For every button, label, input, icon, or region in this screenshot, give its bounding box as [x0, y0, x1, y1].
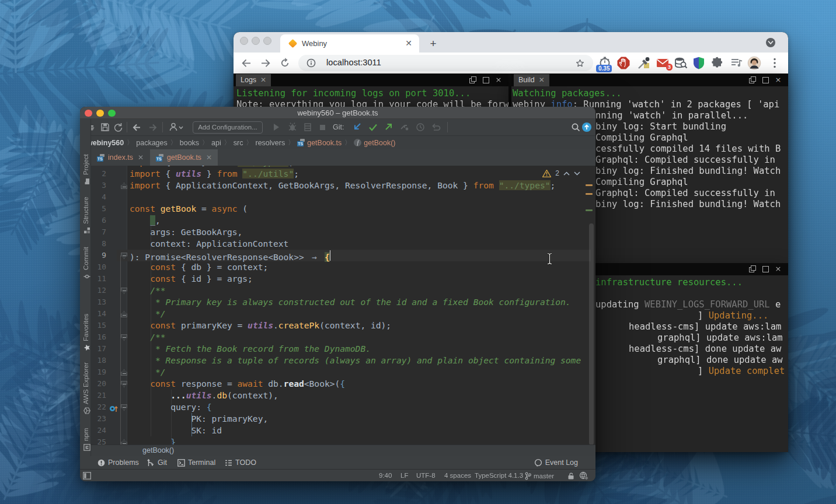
fold-marker-down[interactable]	[121, 404, 127, 411]
breadcrumb-item[interactable]: resolvers	[255, 139, 285, 147]
toolwindow-toggle-icon[interactable]	[83, 472, 91, 480]
avatar[interactable]	[747, 56, 761, 70]
user-dropdown-icon[interactable]	[168, 119, 185, 135]
fold-marker-down[interactable]	[121, 253, 127, 259]
browser-minimize-button[interactable]	[252, 37, 260, 45]
browser-close-button[interactable]	[240, 37, 248, 45]
git-update-icon[interactable]	[351, 119, 364, 135]
site-info-icon[interactable]	[306, 58, 316, 68]
stripe-item-aws-explorer[interactable]: AWS Explorer	[80, 362, 91, 414]
reload-button[interactable]	[278, 56, 292, 70]
breadcrumb-item[interactable]: fgetBook()	[354, 139, 395, 147]
maximize-window-icon[interactable]	[762, 76, 769, 83]
tab-close-icon[interactable]: ✕	[206, 153, 212, 162]
info-stripe-mark[interactable]	[586, 209, 593, 211]
stripe-item-project[interactable]: Project	[80, 154, 91, 185]
status-item[interactable]: 4 spaces	[444, 472, 471, 479]
editor-tab-index.ts[interactable]: TSindex.ts✕	[91, 149, 149, 166]
breadcrumb-item[interactable]: src	[234, 139, 243, 147]
warning-stripe-mark[interactable]	[586, 184, 593, 186]
rollback-icon[interactable]	[430, 119, 443, 135]
git-commit-icon[interactable]	[367, 119, 379, 135]
tab-close-icon[interactable]: ✕	[404, 38, 413, 48]
browser-menu-icon[interactable]	[768, 56, 782, 70]
add-configuration-button[interactable]: Add Configuration...	[193, 121, 263, 134]
prev-warning-icon[interactable]	[563, 172, 570, 176]
breadcrumb-item[interactable]: packages	[136, 139, 168, 147]
stop-button[interactable]	[317, 119, 328, 135]
status-item[interactable]: 9:40	[379, 472, 392, 479]
breadcrumb-item[interactable]: webiny560	[87, 139, 124, 147]
breadcrumb-item[interactable]: books	[180, 139, 199, 147]
stripe-item-structure[interactable]: Structure	[80, 197, 91, 234]
address-bar[interactable]: localhost:3011	[298, 55, 593, 71]
toolwindow-button-git[interactable]: Git	[147, 456, 167, 469]
run-button[interactable]	[271, 119, 281, 135]
browser-tab[interactable]: Webiny ✕	[280, 34, 419, 52]
extension-stopwatch-icon[interactable]: 0.35	[598, 56, 612, 70]
status-item[interactable]: LF	[400, 472, 408, 479]
sync-icon[interactable]	[113, 119, 123, 135]
ide-update-notification[interactable]	[582, 123, 591, 132]
breadcrumb-item[interactable]: api	[211, 139, 221, 147]
extension-adblock-hand-icon[interactable]	[616, 56, 631, 70]
fold-marker-down[interactable]	[121, 288, 127, 294]
browser-zoom-button[interactable]	[263, 37, 271, 45]
logs-tab-close-icon[interactable]: ✕	[260, 76, 266, 84]
extension-mail-icon[interactable]: 3	[656, 56, 670, 70]
warning-stripe-mark[interactable]	[586, 193, 593, 195]
new-tab-button[interactable]: +	[426, 37, 440, 51]
navigate-back-icon[interactable]	[131, 119, 142, 135]
close-window-icon[interactable]: ×	[495, 76, 502, 83]
fold-marker-down[interactable]	[121, 381, 127, 387]
git-push-icon[interactable]	[382, 119, 395, 135]
stripe-item-commit[interactable]: Commit	[80, 247, 91, 280]
extension-puzzle-icon[interactable]	[710, 56, 724, 70]
navigate-forward-icon[interactable]	[147, 119, 159, 135]
next-warning-icon[interactable]	[574, 172, 580, 176]
float-window-icon[interactable]	[749, 265, 756, 272]
deploy-gutter-icon[interactable]	[109, 404, 119, 411]
extension-database-search-icon[interactable]	[674, 56, 688, 70]
float-window-icon[interactable]	[469, 76, 476, 83]
float-window-icon[interactable]	[749, 76, 756, 83]
stripe-item-npm[interactable]: npm	[80, 428, 91, 451]
fold-marker-up[interactable]	[121, 183, 127, 189]
extension-playlist-icon[interactable]	[730, 56, 744, 70]
status-item[interactable]: UTF-8	[416, 472, 436, 479]
bookmark-star-icon[interactable]	[575, 58, 585, 68]
extension-shield-icon[interactable]	[692, 56, 706, 70]
fold-marker-down[interactable]	[121, 334, 127, 341]
logs-panel-tab[interactable]: Logs✕	[236, 74, 271, 86]
maximize-window-icon[interactable]	[482, 76, 489, 83]
editor[interactable]: import { Book } from "../types";2import …	[91, 166, 595, 444]
toolwindow-button-todo[interactable]: TODO	[225, 456, 256, 469]
toolwindow-button-terminal[interactable]: Terminal	[177, 456, 215, 469]
lock-icon[interactable]	[567, 472, 574, 480]
toolwindow-button-problems[interactable]: Problems	[97, 456, 139, 469]
build-panel-tab[interactable]: Build✕	[514, 74, 549, 86]
cherry-pick-icon[interactable]	[398, 119, 411, 135]
highlighting-level-icon[interactable]	[579, 471, 588, 480]
close-window-icon[interactable]: ×	[775, 76, 782, 83]
debug-button[interactable]	[287, 119, 298, 135]
stripe-item-favorites[interactable]: Favorites	[80, 314, 91, 351]
maximize-window-icon[interactable]	[762, 265, 769, 272]
event-log-button[interactable]: Event Log	[534, 456, 578, 469]
close-window-icon[interactable]: ×	[775, 265, 782, 272]
tab-search-button[interactable]	[766, 38, 775, 47]
save-icon[interactable]	[100, 119, 110, 135]
search-everywhere-icon[interactable]	[569, 119, 582, 135]
extension-eyedropper-icon[interactable]	[637, 56, 651, 70]
tab-close-icon[interactable]: ✕	[138, 153, 144, 162]
member-breadcrumb[interactable]: getBook()	[142, 445, 174, 456]
inspections-widget[interactable]: 2	[542, 169, 580, 177]
editor-scrollbar[interactable]	[589, 223, 594, 445]
editor-tab-getBook.ts[interactable]: TSgetBook.ts✕	[150, 149, 218, 166]
back-button[interactable]	[239, 56, 253, 70]
fold-marker-up[interactable]	[121, 311, 127, 317]
ide-titlebar[interactable]: webiny560 – getBook.ts	[80, 107, 595, 119]
status-item[interactable]: TypeScript 4.1.3	[475, 472, 523, 479]
fold-marker-up[interactable]	[121, 369, 127, 376]
forward-button[interactable]	[259, 56, 273, 70]
